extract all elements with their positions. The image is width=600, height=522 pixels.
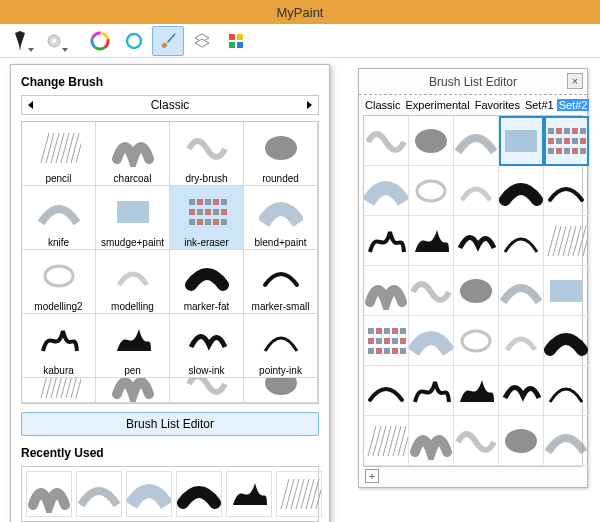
editor-brush-cell[interactable] [364, 316, 409, 366]
editor-brush-cell[interactable] [499, 216, 544, 266]
svg-line-14 [51, 133, 59, 163]
brush-cell[interactable]: marker-small [244, 250, 318, 314]
editor-brush-cell[interactable] [364, 266, 409, 316]
editor-brush-cell[interactable] [409, 166, 454, 216]
svg-rect-70 [572, 148, 578, 154]
editor-brush-cell[interactable] [454, 116, 499, 166]
recent-brush[interactable] [126, 471, 172, 517]
brush-cell[interactable]: charcoal [96, 122, 170, 186]
editor-brush-cell[interactable] [544, 216, 589, 266]
brush-cell[interactable]: modelling2 [22, 250, 96, 314]
editor-header[interactable]: Brush List Editor × [359, 69, 587, 95]
svg-rect-30 [213, 209, 219, 215]
editor-brush-cell[interactable] [364, 366, 409, 416]
recent-brush[interactable] [226, 471, 272, 517]
brush-cell[interactable]: slow-ink [170, 314, 244, 378]
brush-cell[interactable] [244, 378, 318, 403]
editor-brush-cell[interactable] [364, 116, 409, 166]
svg-rect-10 [229, 42, 235, 48]
editor-brush-cell[interactable] [364, 216, 409, 266]
brush-cell[interactable]: smudge+paint [96, 186, 170, 250]
editor-brush-cell[interactable] [454, 416, 499, 466]
chevron-left-icon[interactable] [28, 101, 33, 109]
brush-cell[interactable]: ink-eraser [170, 186, 244, 250]
brush-cell[interactable]: pencil [22, 122, 96, 186]
brush-cell[interactable] [22, 378, 96, 403]
editor-brush-cell[interactable] [499, 116, 544, 166]
brush-panel-button[interactable] [152, 26, 184, 56]
editor-brush-cell[interactable] [499, 316, 544, 366]
editor-brush-cell[interactable] [409, 116, 454, 166]
brush-cell[interactable]: blend+paint [244, 186, 318, 250]
editor-brush-cell[interactable] [409, 316, 454, 366]
close-button[interactable]: × [567, 73, 583, 89]
editor-brush-cell[interactable] [454, 166, 499, 216]
brush-grid: pencilcharcoaldry-brushroundedknifesmudg… [21, 121, 319, 404]
editor-tab[interactable]: Favorites [473, 99, 522, 111]
brush-cell[interactable]: knife [22, 186, 96, 250]
editor-brush-cell[interactable] [454, 266, 499, 316]
chevron-right-icon[interactable] [307, 101, 312, 109]
editor-brush-cell[interactable] [454, 216, 499, 266]
svg-line-80 [583, 226, 588, 256]
brush-cell[interactable]: pointy-ink [244, 314, 318, 378]
recent-brush[interactable] [26, 471, 72, 517]
editor-tab[interactable]: Classic [363, 99, 402, 111]
editor-brush-cell[interactable] [544, 416, 589, 466]
svg-rect-62 [548, 138, 554, 144]
recent-brush[interactable] [76, 471, 122, 517]
editor-brush-cell[interactable] [499, 416, 544, 466]
editor-tab[interactable]: Set#2 [557, 99, 590, 111]
svg-point-1 [52, 38, 56, 42]
layers-button[interactable] [186, 26, 218, 56]
editor-brush-cell[interactable] [409, 216, 454, 266]
editor-brush-cell[interactable] [499, 266, 544, 316]
recent-brush[interactable] [276, 471, 322, 517]
editor-brush-cell[interactable] [499, 366, 544, 416]
brush-tool-button[interactable] [4, 26, 36, 56]
brush-cell[interactable]: modelling [96, 250, 170, 314]
editor-brush-cell[interactable] [409, 366, 454, 416]
editor-brush-cell[interactable] [364, 416, 409, 466]
color-wheel-button[interactable] [84, 26, 116, 56]
editor-tabbar: ClassicExperimentalFavoritesSet#1Set#2 [359, 95, 587, 113]
editor-brush-cell[interactable] [544, 166, 589, 216]
svg-line-53 [311, 479, 319, 509]
editor-brush-cell[interactable] [544, 366, 589, 416]
brush-cell[interactable] [170, 378, 244, 403]
editor-brush-grid [363, 115, 583, 467]
brush-list-editor-panel: Brush List Editor × ClassicExperimentalF… [358, 68, 588, 488]
editor-brush-cell[interactable] [544, 316, 589, 366]
svg-rect-22 [189, 199, 195, 205]
svg-point-20 [265, 136, 297, 160]
add-group-button[interactable]: + [365, 469, 379, 483]
svg-point-81 [460, 279, 492, 303]
editor-brush-cell[interactable] [544, 116, 589, 166]
brush-cell[interactable]: pen [96, 314, 170, 378]
svg-line-77 [568, 226, 576, 256]
editor-brush-cell[interactable] [544, 266, 589, 316]
svg-line-79 [578, 226, 586, 256]
recent-brush[interactable] [176, 471, 222, 517]
editor-brush-cell[interactable] [409, 416, 454, 466]
editor-brush-cell[interactable] [499, 166, 544, 216]
palette-button[interactable] [220, 26, 252, 56]
brush-cell[interactable] [96, 378, 170, 403]
svg-line-48 [286, 479, 294, 509]
editor-brush-cell[interactable] [454, 316, 499, 366]
editor-tab[interactable]: Experimental [403, 99, 471, 111]
settings-button[interactable] [38, 26, 70, 56]
svg-rect-68 [556, 148, 562, 154]
editor-brush-cell[interactable] [409, 266, 454, 316]
editor-tab[interactable]: Set#1 [523, 99, 556, 111]
brush-cell[interactable]: dry-brush [170, 122, 244, 186]
brush-cell[interactable]: rounded [244, 122, 318, 186]
brush-group-selector[interactable]: Classic [21, 95, 319, 115]
svg-rect-24 [205, 199, 211, 205]
brush-cell[interactable]: kabura [22, 314, 96, 378]
brush-cell[interactable]: marker-fat [170, 250, 244, 314]
editor-brush-cell[interactable] [364, 166, 409, 216]
brush-list-editor-button[interactable]: Brush List Editor [21, 412, 319, 436]
editor-brush-cell[interactable] [454, 366, 499, 416]
color-ring-button[interactable] [118, 26, 150, 56]
